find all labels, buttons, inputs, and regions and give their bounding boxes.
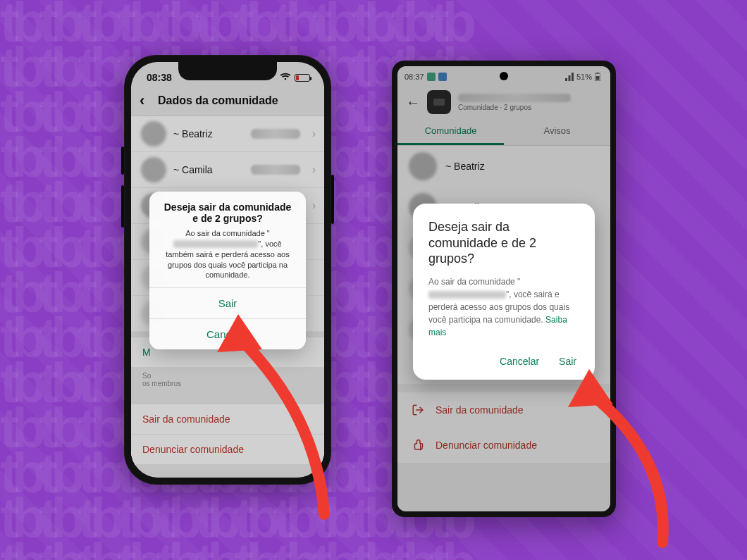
tabs: Comunidade Avisos (397, 118, 610, 146)
camera-hole (500, 72, 508, 80)
dialog-cancel-button[interactable]: Cancelar (149, 318, 306, 349)
dialog-confirm-button[interactable]: Sair (559, 356, 576, 367)
chevron-right-icon: › (312, 127, 316, 140)
dialog-title: Deseja sair da comunidade e de 2 grupos? (149, 192, 306, 225)
avatar (409, 152, 437, 180)
iphone-frame: 08:38 ‹ Dados da comunidade ~ Beatriz › … (124, 55, 331, 485)
chevron-right-icon: › (312, 199, 316, 212)
chevron-right-icon: › (312, 163, 316, 176)
member-row[interactable]: ~ Beatriz › (131, 116, 324, 152)
report-community-row[interactable]: Denunciar comunidade (131, 435, 324, 465)
battery-icon (295, 74, 310, 82)
leave-community-row[interactable]: Sair da comunidade (397, 392, 610, 428)
wifi-icon (280, 72, 291, 83)
page-title: Dados da comunidade (158, 94, 278, 107)
status-icon (438, 73, 447, 81)
blurred-community-name (173, 240, 258, 248)
dialog-cancel-button[interactable]: Cancelar (500, 356, 539, 367)
android-frame: 08:37 51% ← Comunidade · 2 grupos (392, 61, 616, 517)
leave-dialog: Deseja sair da comunidade e de 2 grupos?… (413, 204, 595, 380)
back-icon[interactable]: ← (406, 94, 420, 111)
blurred-detail (251, 129, 300, 139)
signal-icon (565, 73, 574, 81)
tab-comunidade[interactable]: Comunidade (397, 118, 504, 145)
battery-percentage: 51% (576, 73, 592, 81)
leave-community-row[interactable]: Sair da comunidade (131, 404, 324, 435)
header-subtitle: Comunidade · 2 grupos (458, 104, 602, 111)
iphone-notch (178, 62, 277, 80)
blurred-community-title (458, 94, 571, 102)
blurred-detail (251, 165, 300, 175)
report-community-row[interactable]: Denunciar comunidade (397, 428, 610, 463)
dialog-confirm-button[interactable]: Sair (149, 287, 306, 318)
leave-dialog: Deseja sair da comunidade e de 2 grupos?… (149, 192, 306, 349)
dialog-title: Deseja sair da comunidade e de 2 grupos? (428, 219, 579, 267)
dialog-body: Ao sair da comunidade "", você sairá e p… (428, 275, 579, 339)
status-icon (427, 73, 436, 81)
svg-rect-2 (597, 73, 599, 74)
android-header: ← Comunidade · 2 grupos (397, 85, 610, 118)
android-screen: 08:37 51% ← Comunidade · 2 grupos (397, 66, 610, 511)
iphone-screen: 08:38 ‹ Dados da comunidade ~ Beatriz › … (131, 62, 324, 478)
avatar (141, 157, 166, 182)
member-row[interactable]: ~ Camila › (131, 152, 324, 188)
ios-status-time: 08:38 (147, 72, 172, 83)
member-name: ~ Beatriz (445, 161, 485, 172)
back-icon[interactable]: ‹ (140, 92, 154, 110)
battery-icon (595, 73, 603, 81)
thumbs-down-icon (412, 439, 424, 452)
svg-rect-1 (596, 76, 600, 80)
exit-icon (412, 404, 424, 416)
community-avatar[interactable] (427, 90, 451, 114)
member-name: ~ Beatriz (173, 128, 213, 139)
members-caption: So os membros (131, 368, 324, 394)
tab-avisos[interactable]: Avisos (504, 118, 610, 145)
blurred-community-name (428, 291, 506, 299)
member-row[interactable]: ~ Beatriz (397, 146, 610, 187)
member-name: ~ Camila (173, 164, 213, 175)
ios-header: ‹ Dados da comunidade (131, 86, 324, 116)
dialog-body: Ao sair da comunidade "", você também sa… (149, 225, 306, 287)
background-watermark: tbtbtbtbtbtbtbtbtbtbtbtb tbtbtbtbtbtbtbt… (0, 0, 747, 560)
android-status-time: 08:37 (405, 73, 424, 81)
avatar (141, 121, 166, 147)
